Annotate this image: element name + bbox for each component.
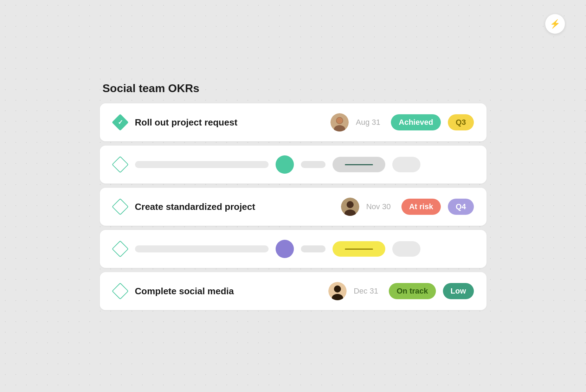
svg-point-3 bbox=[336, 117, 343, 124]
skeleton-quarter bbox=[392, 157, 420, 172]
okr-list: ✓ Roll out project request Aug 31 Achiev… bbox=[100, 103, 487, 310]
main-container: Social team OKRs ✓ Roll out project requ… bbox=[100, 82, 487, 310]
avatar bbox=[328, 282, 347, 300]
table-row: ✓ Roll out project request Aug 31 Achiev… bbox=[100, 103, 487, 141]
avatar bbox=[330, 113, 349, 131]
due-date: Nov 30 bbox=[366, 202, 394, 211]
status-icon bbox=[112, 283, 128, 299]
skeleton-quarter bbox=[392, 241, 420, 257]
status-icon bbox=[112, 199, 128, 214]
avatar bbox=[341, 198, 359, 216]
status-badge[interactable]: Achieved bbox=[391, 114, 441, 130]
skeleton-status bbox=[333, 241, 385, 257]
avatar bbox=[276, 155, 294, 174]
table-row: Create standardized project Nov 30 At ri… bbox=[100, 188, 487, 226]
skeleton-status bbox=[333, 157, 385, 172]
due-date: Dec 31 bbox=[354, 287, 382, 296]
status-icon: ✓ bbox=[112, 115, 128, 130]
task-title: Roll out project request bbox=[135, 117, 324, 128]
skeleton-title bbox=[135, 161, 269, 168]
task-title: Complete social media bbox=[135, 286, 322, 297]
svg-point-8 bbox=[334, 285, 341, 293]
status-icon bbox=[112, 241, 128, 257]
check-icon: ✓ bbox=[117, 118, 123, 126]
page-title: Social team OKRs bbox=[100, 82, 487, 95]
quarter-badge[interactable]: Q4 bbox=[448, 199, 474, 215]
task-title: Create standardized project bbox=[135, 201, 334, 212]
due-date: Aug 31 bbox=[356, 118, 384, 127]
table-row bbox=[100, 146, 487, 184]
svg-point-5 bbox=[347, 201, 354, 208]
quarter-badge[interactable]: Q3 bbox=[448, 114, 474, 130]
lightning-button[interactable]: ⚡ bbox=[545, 14, 565, 34]
table-row bbox=[100, 230, 487, 268]
skeleton-title bbox=[135, 245, 269, 252]
lightning-icon: ⚡ bbox=[550, 19, 560, 29]
quarter-badge[interactable]: Low bbox=[443, 283, 474, 299]
skeleton-date bbox=[301, 245, 326, 252]
avatar bbox=[276, 240, 294, 258]
table-row: Complete social media Dec 31 On track Lo… bbox=[100, 272, 487, 310]
status-badge[interactable]: On track bbox=[389, 283, 436, 299]
status-badge[interactable]: At risk bbox=[401, 199, 441, 215]
skeleton-date bbox=[301, 161, 326, 168]
status-icon bbox=[112, 157, 128, 172]
